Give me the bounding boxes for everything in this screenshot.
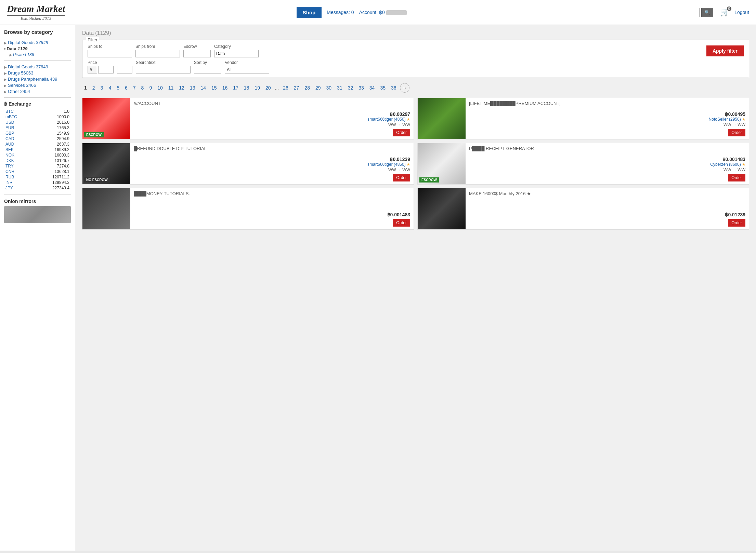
page-link-11[interactable]: 11: [166, 84, 176, 92]
page-link-7[interactable]: 7: [131, 84, 138, 92]
product-info: ████MONEY TUTORIALS. ฿0.001483 Order: [130, 188, 414, 229]
product-info: █REFUND DOUBLE DIP TUTORIAL ฿0.01239 sma…: [130, 143, 414, 184]
ships-to-input[interactable]: [88, 50, 132, 57]
page-link-9[interactable]: 9: [147, 84, 154, 92]
page-link-17[interactable]: 17: [231, 84, 240, 92]
shop-button[interactable]: Shop: [297, 7, 322, 18]
page-link-27[interactable]: 27: [292, 84, 301, 92]
page-link-18[interactable]: 18: [242, 84, 251, 92]
sidebar-category-digital-goods-bot[interactable]: ▶Digital Goods 37649: [4, 64, 71, 69]
filter-row2: Price ฿ - Searchtext Sort by: [88, 60, 744, 73]
sidebar-category-data[interactable]: •Data 1129: [4, 46, 71, 51]
exchange-row: SEK16989.2: [4, 147, 71, 152]
product-seller: smart666tiger (4850) ★: [134, 117, 410, 122]
apply-filter-button[interactable]: Apply filter: [706, 45, 744, 56]
exchange-row: NOK16800.3: [4, 152, 71, 158]
page-link-13[interactable]: 13: [188, 84, 197, 92]
product-ships: WW → WW: [134, 122, 410, 127]
product-top: MAKE 16000$ Monthly 2016 ★ ฿0.01239 Orde…: [418, 188, 749, 229]
rate-value: 1000.0: [32, 114, 71, 120]
page-link-28[interactable]: 28: [302, 84, 312, 92]
page-link-6[interactable]: 6: [123, 84, 130, 92]
sidebar-category-services[interactable]: ▶Services 2466: [4, 83, 71, 88]
product-top: ESCROW P████ RECEIPT GENERATOR ฿0.001483…: [418, 143, 749, 184]
sidebar-category-drugs-para[interactable]: ▶Drugs Paraphernalia 439: [4, 77, 71, 82]
order-button[interactable]: Order: [393, 219, 410, 227]
product-top: ESCROW ////ACCOUNT ฿0.00297 smart666tige…: [82, 98, 414, 139]
page-link-3[interactable]: 3: [99, 84, 105, 92]
search-input[interactable]: [638, 8, 700, 17]
page-link-19[interactable]: 19: [252, 84, 262, 92]
pagination-next-button[interactable]: →: [400, 83, 409, 93]
page-link-12[interactable]: 12: [177, 84, 186, 92]
page-link-15[interactable]: 15: [209, 84, 219, 92]
page-link-30[interactable]: 30: [324, 84, 334, 92]
price-group: Price ฿ -: [88, 60, 132, 73]
escrow-group: Escrow: [183, 44, 211, 57]
exchange-row: JPY227349.4: [4, 185, 71, 191]
page-link-26[interactable]: 26: [281, 84, 290, 92]
page-link-34[interactable]: 34: [367, 84, 377, 92]
escrow-input[interactable]: [183, 50, 211, 57]
page-dots: ...: [274, 84, 280, 92]
page-link-33[interactable]: 33: [356, 84, 366, 92]
sidebar-category-drugs[interactable]: ▶Drugs 56063: [4, 70, 71, 76]
sidebar-sub-pirated[interactable]: ▶Pirated 186: [9, 52, 71, 57]
rate-value: 1549.9: [32, 131, 71, 136]
escrow-label: Escrow: [183, 44, 211, 49]
cart-icon[interactable]: 🛒0: [720, 8, 729, 17]
page-link-29[interactable]: 29: [313, 84, 323, 92]
page-link-36[interactable]: 36: [389, 84, 399, 92]
exchange-row: BTC1.0: [4, 109, 71, 114]
rate-value: 13628.1: [32, 169, 71, 174]
price-min-input[interactable]: [98, 66, 114, 73]
page-link-5[interactable]: 5: [115, 84, 121, 92]
currency-label: RUB: [4, 174, 32, 180]
escrow-badge: ESCROW: [419, 177, 439, 183]
logo-title: Dream Market: [7, 3, 65, 14]
searchtext-input[interactable]: [136, 66, 191, 73]
sidebar-divider-2: [4, 97, 71, 98]
page-link-35[interactable]: 35: [378, 84, 388, 92]
order-button[interactable]: Order: [728, 129, 745, 136]
account-link[interactable]: Account: ฿0: [359, 10, 407, 15]
page-link-31[interactable]: 31: [335, 84, 344, 92]
product-title: █REFUND DOUBLE DIP TUTORIAL: [134, 146, 410, 155]
page-link-16[interactable]: 16: [220, 84, 230, 92]
page-link-32[interactable]: 32: [346, 84, 355, 92]
mirrors-image: [4, 206, 71, 223]
order-button[interactable]: Order: [393, 174, 410, 181]
category-input[interactable]: [214, 50, 259, 57]
page-link-2[interactable]: 2: [90, 84, 97, 92]
currency-label: EUR: [4, 125, 32, 131]
exchange-row: CNH13628.1: [4, 169, 71, 174]
exchange-title: ฿ Exchange: [4, 101, 71, 107]
order-button[interactable]: Order: [393, 129, 410, 136]
header-right: 🛒0 Logout: [720, 8, 749, 17]
sidebar-category-other[interactable]: ▶Other 2454: [4, 89, 71, 94]
exchange-row: mBTC1000.0: [4, 114, 71, 120]
order-button[interactable]: Order: [728, 174, 745, 181]
messages-link[interactable]: Messages: 0: [327, 10, 354, 15]
sidebar-category-digital-goods-top[interactable]: ▶Digital Goods 37649: [4, 40, 71, 45]
account-blur: [386, 10, 407, 15]
order-button[interactable]: Order: [728, 219, 745, 227]
page-link-4[interactable]: 4: [106, 84, 113, 92]
page-link-8[interactable]: 8: [139, 84, 146, 92]
vendor-input[interactable]: [225, 66, 269, 73]
product-price: ฿0.00297: [134, 111, 410, 117]
product-title: P████ RECEIPT GENERATOR: [469, 146, 745, 155]
ships-from-input[interactable]: [135, 50, 180, 57]
product-ships: WW → WW: [469, 122, 745, 127]
arrow-icon-ot: ▶: [4, 90, 7, 94]
page-link-20[interactable]: 20: [263, 84, 273, 92]
logout-link[interactable]: Logout: [734, 10, 749, 15]
page-link-10[interactable]: 10: [155, 84, 165, 92]
currency-label: NOK: [4, 152, 32, 158]
logo-area: Dream Market Established 2013: [7, 3, 65, 21]
page-link-1[interactable]: 1: [82, 84, 89, 92]
search-button[interactable]: 🔍: [701, 8, 713, 17]
page-link-14[interactable]: 14: [198, 84, 208, 92]
price-max-input[interactable]: [117, 66, 132, 73]
sort-by-input[interactable]: [194, 66, 221, 73]
